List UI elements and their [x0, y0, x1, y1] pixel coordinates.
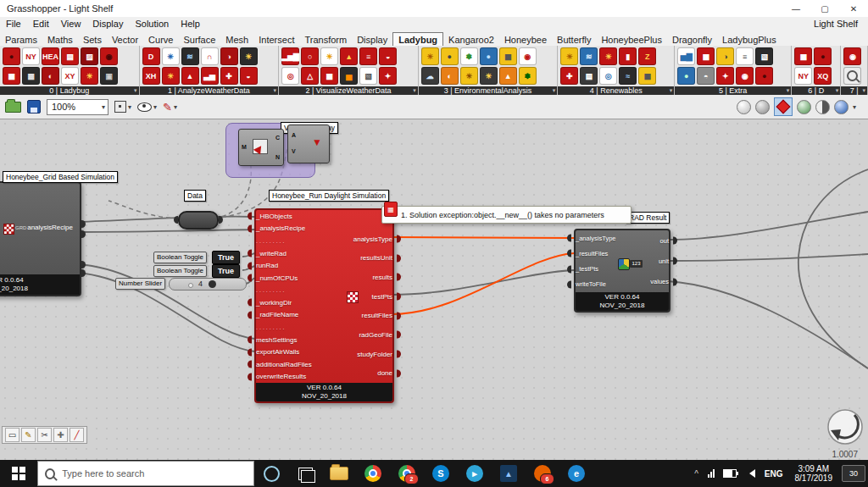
tab-sets[interactable]: Sets	[78, 33, 107, 46]
ribbon-icon-3-2[interactable]: ●	[441, 47, 459, 65]
ribbon-icon-5-3[interactable]: ◓	[697, 67, 715, 85]
minimize-icon[interactable]: —	[782, 0, 810, 17]
ribbon-icon-4-1[interactable]: ✚	[560, 67, 578, 85]
scissors-icon[interactable]: ✂	[37, 428, 52, 442]
ribbon-icon-3-10[interactable]: ◉	[519, 47, 537, 65]
ribbon-icon-2-10[interactable]: ◒	[379, 47, 397, 65]
menu-edit[interactable]: Edit	[27, 19, 55, 29]
ribbon-icon-3-8[interactable]: ▦	[499, 47, 517, 65]
ribbon-icon-2-9[interactable]: ▧	[359, 67, 377, 85]
ribbon-icon-2-1[interactable]: ◎	[281, 67, 299, 85]
ribbon-icon-2-5[interactable]: ▦	[320, 67, 338, 85]
ribbon-icon-5-4[interactable]: ◑	[716, 47, 734, 65]
ribbon-icon-6-1[interactable]: NY	[794, 67, 812, 85]
ribbon-icon-1-5[interactable]: ▲	[181, 67, 199, 85]
markup-button[interactable]: ✎▾	[163, 102, 177, 113]
photos-icon[interactable]: ▲	[492, 460, 526, 487]
ribbon-icon-0-6[interactable]: ▤	[61, 47, 79, 65]
ribbon-icon-1-9[interactable]: ✚	[220, 67, 238, 85]
start-button[interactable]	[0, 460, 37, 487]
tab-display[interactable]: Display	[352, 33, 392, 46]
ribbon-icon-5-6[interactable]: ≡	[736, 47, 754, 65]
tab-maths[interactable]: Maths	[42, 33, 78, 46]
ribbon-icon-1-11[interactable]: ◒	[240, 67, 258, 85]
ribbon-icon-0-10[interactable]: ◉	[100, 47, 118, 65]
task-view-icon[interactable]	[288, 460, 322, 487]
ribbon-icon-3-4[interactable]: ✽	[460, 47, 478, 65]
canvas[interactable]: Honeybee_Grid Based Simulation le GRD an…	[0, 119, 868, 460]
ribbon-icon-5-1[interactable]: ●	[677, 67, 695, 85]
ribbon-icon-3-7[interactable]: ☀	[480, 67, 498, 85]
ribbon-icon-4-4[interactable]: ☀	[599, 47, 617, 65]
output-results[interactable]: results	[372, 268, 392, 287]
battery-icon[interactable]	[723, 469, 737, 478]
input-writeToFile[interactable]: writeToFile	[576, 277, 606, 292]
chevron-down-icon[interactable]: ▾	[853, 103, 856, 111]
number-slider-track[interactable]: 4	[169, 278, 247, 291]
input-_testPts[interactable]: _testPts	[576, 262, 598, 277]
output-radGeoFile[interactable]: radGeoFile	[359, 325, 392, 345]
ribbon-icon-2-6[interactable]: ▲	[340, 47, 358, 65]
ribbon-icon-3-5[interactable]: ☀	[460, 67, 478, 85]
input-_workingDir[interactable]: _workingDir	[256, 296, 292, 309]
ribbon-search-icon[interactable]	[843, 67, 861, 85]
input-additionalRadFiles[interactable]: additionalRadFiles	[256, 358, 312, 371]
output-nub[interactable]	[81, 220, 86, 228]
ribbon-icon-1-4[interactable]: ≋	[181, 47, 199, 65]
ribbon-icon-5-5[interactable]: ✦	[716, 67, 734, 85]
tab-intersect[interactable]: Intersect	[253, 33, 299, 46]
knife-icon[interactable]: ╱	[70, 428, 84, 442]
boolean-toggle-2-value[interactable]: True	[212, 264, 240, 278]
ribbon-icon-7-0[interactable]: ◉	[843, 47, 861, 65]
language-indicator[interactable]: ENG	[760, 469, 788, 479]
display-mode-rendered-icon[interactable]	[834, 100, 849, 114]
ribbon-icon-4-3[interactable]: ▤	[580, 67, 598, 85]
port-n[interactable]: N	[275, 154, 280, 160]
boolean-toggle-1-label[interactable]: Boolean Toggle	[153, 252, 207, 263]
tab-surface[interactable]: Surface	[178, 33, 220, 46]
input-_analysisType[interactable]: _analysisType	[576, 230, 616, 246]
input-_analysisRecipe[interactable]: _analysisRecipe	[256, 223, 305, 235]
ribbon-icon-2-2[interactable]: ○	[301, 47, 319, 65]
input-meshSettings[interactable]: meshSettings	[256, 334, 297, 346]
output-analysisType[interactable]: analysisType	[353, 230, 392, 249]
zoom-select[interactable]: 100%	[47, 99, 108, 115]
display-mode-half-icon[interactable]	[815, 100, 830, 114]
port-c[interactable]: C	[275, 135, 280, 141]
ribbon-icon-1-3[interactable]: ☀	[162, 67, 180, 85]
boolean-toggle-1-value[interactable]: True	[212, 251, 240, 264]
analysis-recipe-output[interactable]: analysisRecipe	[27, 224, 73, 231]
file-explorer-icon[interactable]	[322, 460, 356, 487]
run-daylight-component[interactable]: _HBObjects_analysisRecipe........._write…	[254, 208, 394, 403]
ribbon-icon-5-0[interactable]: ▅▇	[677, 47, 695, 65]
zoom-extents-button[interactable]: ▾	[114, 101, 131, 113]
tools-icon[interactable]: ✚	[53, 428, 68, 442]
open-file-icon[interactable]	[5, 102, 21, 113]
ribbon-icon-4-7[interactable]: ≈	[619, 67, 637, 85]
vector-component-1[interactable]: M C N	[238, 129, 284, 166]
maximize-icon[interactable]: ▢	[810, 0, 839, 17]
ribbon-icon-3-1[interactable]: ☁	[421, 67, 439, 85]
output-resultFiles[interactable]: resultFiles	[362, 306, 392, 325]
tab-honeybeeplus[interactable]: HoneybeePlus	[596, 33, 667, 46]
port-v[interactable]: V	[292, 148, 296, 154]
input-_radFileName[interactable]: _radFileName	[256, 309, 298, 322]
output-unit[interactable]: unit	[659, 251, 669, 271]
ribbon-icon-1-1[interactable]: XH	[142, 67, 160, 85]
menu-file[interactable]: File	[0, 19, 27, 29]
menu-display[interactable]: Display	[86, 19, 129, 29]
telegram-icon[interactable]: ▸	[458, 460, 492, 487]
ribbon-icon-2-11[interactable]: ✦	[379, 67, 397, 85]
ribbon-icon-1-2[interactable]: ✳	[162, 47, 180, 65]
tab-mesh[interactable]: Mesh	[220, 33, 253, 46]
output-done[interactable]: done	[377, 363, 392, 383]
chrome-icon[interactable]	[356, 460, 390, 487]
output-values[interactable]: values	[650, 272, 669, 292]
ribbon-icon-6-2[interactable]: ●	[814, 47, 832, 65]
ribbon-icon-3-6[interactable]: ●	[480, 47, 498, 65]
tab-ladybugplus[interactable]: LadybugPlus	[717, 33, 782, 46]
canvas-board-icon[interactable]: ▭	[5, 428, 19, 442]
ribbon-icon-6-3[interactable]: XQ	[814, 67, 832, 85]
canvas-compass-widget[interactable]	[826, 408, 864, 445]
ribbon-icon-0-2[interactable]: NY	[22, 47, 40, 65]
